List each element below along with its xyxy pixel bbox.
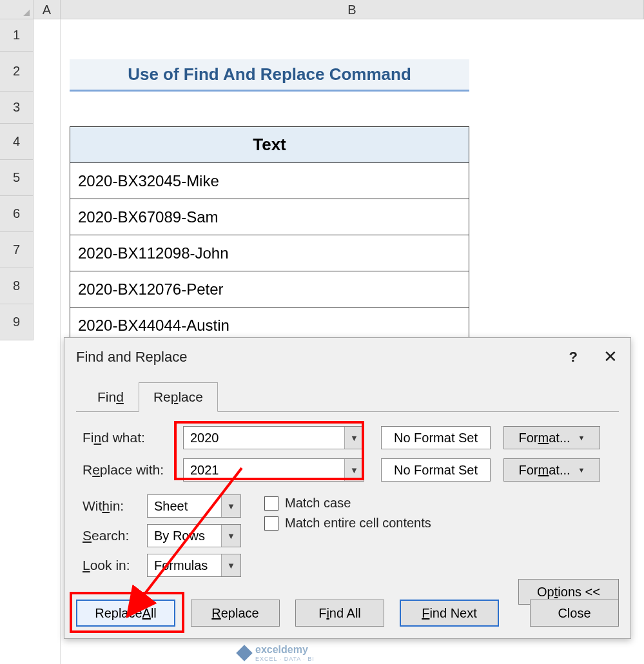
- dialog-button-bar: Replace All Replace Find All Find Next C…: [76, 600, 619, 627]
- chevron-down-icon[interactable]: ▼: [344, 459, 364, 481]
- within-label: Within:: [83, 498, 147, 514]
- search-select[interactable]: By Rows ▼: [147, 524, 241, 547]
- within-select[interactable]: Sheet ▼: [147, 494, 241, 518]
- table-row[interactable]: 2020-BX32045-Mike: [70, 163, 469, 199]
- dialog-tabs: Find Replace: [83, 382, 630, 412]
- replace-all-button[interactable]: Replace All: [76, 600, 175, 627]
- chevron-down-icon[interactable]: ▼: [221, 495, 240, 517]
- tab-replace[interactable]: Replace: [139, 382, 218, 412]
- column-headers: A B: [34, 0, 644, 19]
- row-header-4[interactable]: 4: [0, 124, 33, 160]
- replace-format-button[interactable]: Format...▼: [503, 458, 600, 482]
- tab-body: Find what: 2020 ▼ No Format Set Format..…: [76, 411, 619, 605]
- replace-button[interactable]: Replace: [191, 600, 280, 627]
- spreadsheet-area: A B 1 2 3 4 5 6 7 8 9 Use of Find And Re…: [0, 0, 644, 664]
- col-header-B[interactable]: B: [61, 0, 644, 19]
- row-header-9[interactable]: 9: [0, 304, 33, 340]
- row-header-7[interactable]: 7: [0, 232, 33, 268]
- match-entire-checkbox[interactable]: [264, 516, 278, 531]
- row-headers: 1 2 3 4 5 6 7 8 9: [0, 19, 34, 340]
- find-replace-dialog: Find and Replace ? ✕ Find Replace Find w…: [64, 337, 631, 639]
- row-header-1[interactable]: 1: [0, 19, 33, 52]
- chevron-down-icon[interactable]: ▼: [221, 525, 240, 547]
- table-row[interactable]: 2020-BX112098-John: [70, 235, 469, 271]
- find-what-input[interactable]: 2020 ▼: [183, 426, 364, 449]
- watermark: exceldemy EXCEL · DATA · BI: [239, 644, 315, 662]
- select-all-corner[interactable]: [0, 0, 34, 19]
- tab-find[interactable]: Find: [83, 382, 139, 412]
- data-table: Text 2020-BX32045-Mike 2020-BX67089-Sam …: [70, 126, 469, 344]
- page-title: Use of Find And Replace Command: [70, 59, 469, 92]
- col-header-A[interactable]: A: [34, 0, 61, 19]
- search-label: Search:: [83, 528, 147, 543]
- chevron-down-icon[interactable]: ▼: [221, 554, 240, 576]
- chevron-down-icon[interactable]: ▼: [344, 427, 364, 449]
- row-header-8[interactable]: 8: [0, 268, 33, 304]
- match-case-label: Match case: [285, 496, 351, 511]
- replace-with-input[interactable]: 2021 ▼: [183, 458, 364, 482]
- look-in-label: Look in:: [83, 558, 147, 573]
- find-next-button[interactable]: Find Next: [400, 600, 499, 627]
- look-in-select[interactable]: Formulas ▼: [147, 554, 241, 577]
- find-what-label: Find what:: [83, 430, 183, 445]
- table-header: Text: [70, 127, 469, 163]
- row-header-3[interactable]: 3: [0, 92, 33, 124]
- close-icon[interactable]: ✕: [603, 347, 618, 367]
- match-entire-label: Match entire cell contents: [285, 516, 431, 531]
- logo-icon: [236, 645, 252, 661]
- find-all-button[interactable]: Find All: [295, 600, 384, 627]
- row-header-2[interactable]: 2: [0, 52, 33, 92]
- find-format-button[interactable]: Format...▼: [503, 426, 600, 449]
- replace-no-format: No Format Set: [381, 458, 491, 482]
- find-no-format: No Format Set: [381, 426, 491, 449]
- table-row[interactable]: 2020-BX12076-Peter: [70, 271, 469, 308]
- table-row[interactable]: 2020-BX67089-Sam: [70, 199, 469, 235]
- row-header-5[interactable]: 5: [0, 160, 33, 196]
- close-button[interactable]: Close: [530, 600, 619, 627]
- dialog-titlebar[interactable]: Find and Replace ? ✕: [64, 338, 630, 376]
- help-icon[interactable]: ?: [569, 349, 578, 366]
- replace-with-label: Replace with:: [83, 462, 183, 478]
- row-header-6[interactable]: 6: [0, 196, 33, 232]
- match-case-checkbox[interactable]: [264, 496, 278, 511]
- dialog-title: Find and Replace: [76, 349, 187, 366]
